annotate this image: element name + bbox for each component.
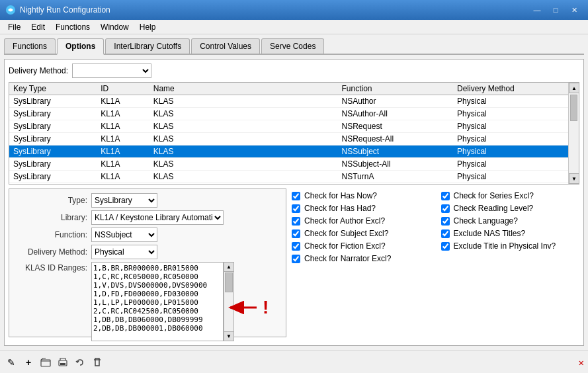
checkbox2-3[interactable] <box>441 229 450 238</box>
checkbox2-label: Check Reading Level? <box>454 204 534 213</box>
checkbox2-2[interactable] <box>441 217 450 226</box>
cell-function: NSRequest <box>337 120 453 133</box>
library-select[interactable]: KL1A / Keystone Library Automation Syste <box>91 210 224 225</box>
cell-key-type: SysLibrary <box>9 120 97 133</box>
delete-icon[interactable] <box>90 355 105 370</box>
klas-id-row: KLAS ID Ranges: ▲ ▼ <box>15 262 280 341</box>
col-function <box>205 83 337 95</box>
checkbox-row: Exclude NAS Titles? <box>441 229 580 238</box>
cell-empty <box>205 120 337 133</box>
minimize-button[interactable]: — <box>528 3 546 17</box>
cell-key-type: SysLibrary <box>9 158 97 171</box>
data-table-wrapper: Key Type ID Name Function Delivery Metho… <box>9 82 579 185</box>
table-row[interactable]: SysLibrary KL1A KLAS NSSubject Physical <box>9 145 579 158</box>
cell-delivery: Physical <box>453 120 579 133</box>
checkbox-2[interactable] <box>292 217 300 226</box>
pencil-icon[interactable]: ✎ <box>4 355 19 370</box>
table-row[interactable]: SysLibrary KL1A KLAS NSTurnA Physical <box>9 171 579 183</box>
checkbox-row: Check for Author Excl? <box>292 216 431 226</box>
tab-functions[interactable]: Functions <box>4 38 56 54</box>
checkbox-row: Check for Narrator Excl? <box>292 254 431 263</box>
window-title: Nightly Run Configuration <box>20 5 528 15</box>
klas-scroll-up[interactable]: ▲ <box>224 263 233 272</box>
menu-file[interactable]: File <box>3 21 26 33</box>
undo-icon[interactable] <box>73 355 87 370</box>
checkbox-5[interactable] <box>292 255 300 263</box>
klas-label: KLAS ID Ranges: <box>15 262 87 272</box>
title-bar: Nightly Run Configuration — □ ✕ <box>0 0 588 20</box>
cell-id: KL1A <box>97 171 149 183</box>
tab-options[interactable]: Options <box>57 38 104 55</box>
close-button[interactable]: ✕ <box>566 3 583 17</box>
col-delivery: Function <box>337 83 453 95</box>
checkbox-col-1: Check for Has Now? Check for Has Had? Ch… <box>292 191 431 265</box>
data-table: Key Type ID Name Function Delivery Metho… <box>9 83 579 183</box>
delivery-method-filter[interactable]: Physical Digital <box>72 63 151 78</box>
add-icon[interactable]: + <box>21 355 36 370</box>
klas-scroll-down[interactable]: ▼ <box>224 331 233 341</box>
delivery-method-select[interactable]: Physical <box>91 245 157 259</box>
function-row: Function: NSSubject <box>15 228 280 242</box>
checkbox-row: Check for Series Excl? <box>441 191 580 200</box>
type-row: Type: SysLibrary <box>15 193 280 208</box>
function-select[interactable]: NSSubject <box>91 228 157 242</box>
cell-key-type: SysLibrary <box>9 108 97 120</box>
tab-interlibrary[interactable]: InterLibrary Cutoffs <box>105 38 190 54</box>
filter-row: Delivery Method: Physical Digital <box>9 63 579 78</box>
checkbox-label: Check for Narrator Excl? <box>304 254 391 263</box>
delivery-method-form-label: Delivery Method: <box>15 247 87 257</box>
col-name: Name <box>149 83 206 95</box>
table-row[interactable]: SysLibrary KL1A KLAS NSSubject-All Physi… <box>9 158 579 171</box>
scroll-up-btn[interactable]: ▲ <box>569 83 579 93</box>
checkbox-label: Check for Subject Excl? <box>304 229 388 238</box>
cell-empty <box>205 158 337 171</box>
function-label: Function: <box>15 230 87 239</box>
tab-serve-codes[interactable]: Serve Codes <box>261 38 324 54</box>
table-row[interactable]: SysLibrary KL1A KLAS NSAuthor Physical <box>9 95 579 108</box>
checkbox-4[interactable] <box>292 242 300 251</box>
cell-function: NSAuthor <box>337 95 453 108</box>
checkbox-3[interactable] <box>292 229 300 238</box>
maximize-button[interactable]: □ <box>547 3 564 17</box>
print-icon[interactable] <box>56 355 70 370</box>
type-select[interactable]: SysLibrary <box>91 193 157 208</box>
cell-id: KL1A <box>97 145 149 158</box>
checkbox-label: Check for Author Excl? <box>304 216 385 226</box>
cell-id: KL1A <box>97 133 149 145</box>
svg-rect-5 <box>60 363 65 365</box>
checkbox-label: Check for Fiction Excl? <box>304 241 386 251</box>
scroll-thumb[interactable] <box>570 95 577 121</box>
table-row[interactable]: SysLibrary KL1A KLAS NSRequest-All Physi… <box>9 133 579 145</box>
tab-control-values[interactable]: Control Values <box>191 38 260 54</box>
arrow-icon <box>224 301 260 314</box>
checkbox2-0[interactable] <box>441 192 450 200</box>
cell-delivery: Physical <box>453 171 579 183</box>
checkbox2-1[interactable] <box>441 204 450 213</box>
menu-help[interactable]: Help <box>134 21 161 33</box>
menu-edit[interactable]: Edit <box>26 21 50 33</box>
scroll-down-btn[interactable]: ▼ <box>569 173 579 184</box>
menu-window[interactable]: Window <box>95 21 134 33</box>
checkbox-1[interactable] <box>292 204 300 213</box>
checkbox-col-2: Check for Series Excl? Check Reading Lev… <box>441 191 580 265</box>
cell-function: NSSubject-All <box>337 158 453 171</box>
table-scrollbar[interactable]: ▲ ▼ <box>568 83 579 184</box>
exclamation-mark: ! <box>263 298 269 317</box>
cell-name: KLAS <box>149 120 206 133</box>
checkbox2-4[interactable] <box>441 242 450 251</box>
cell-name: KLAS <box>149 133 206 145</box>
checkbox-label: Check for Has Now? <box>304 191 377 200</box>
checkbox-row: Check for Has Had? <box>292 204 431 213</box>
checkbox-0[interactable] <box>292 192 300 200</box>
cell-name: KLAS <box>149 95 206 108</box>
cell-empty <box>205 133 337 145</box>
cell-name: KLAS <box>149 145 206 158</box>
cell-name: KLAS <box>149 171 206 183</box>
table-row[interactable]: SysLibrary KL1A KLAS NSRequest Physical <box>9 120 579 133</box>
folder-icon[interactable] <box>38 355 53 370</box>
cell-key-type: SysLibrary <box>9 171 97 183</box>
table-row[interactable]: SysLibrary KL1A KLAS NSAuthor-All Physic… <box>9 108 579 120</box>
cell-empty <box>205 108 337 120</box>
klas-textarea[interactable] <box>91 262 224 341</box>
menu-functions[interactable]: Functions <box>50 21 95 33</box>
